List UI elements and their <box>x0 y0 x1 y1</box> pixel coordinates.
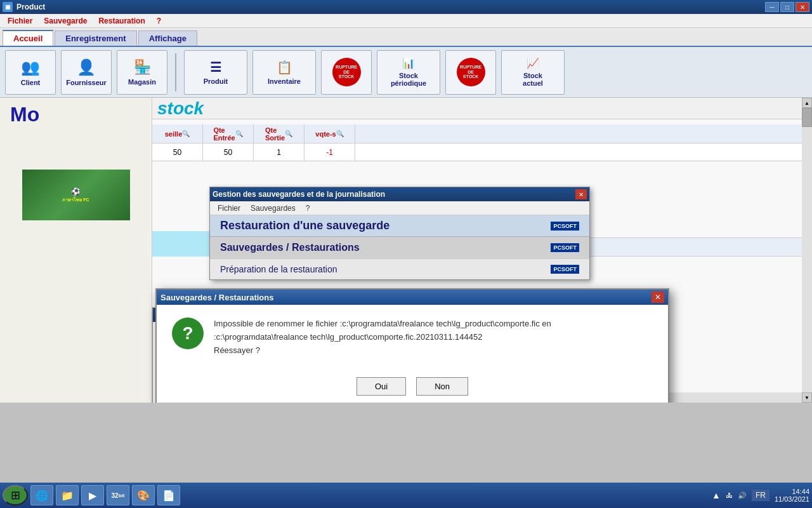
btn-non[interactable]: Non <box>416 377 468 396</box>
dialog-menu-sauvegardes[interactable]: Sauvegardes <box>246 203 301 214</box>
seille-search-icon: 🔍 <box>182 130 190 137</box>
confirm-buttons: Oui Non <box>157 370 668 403</box>
dialog-gestion: Gestion des sauvegardes et de la journal… <box>209 187 590 280</box>
menu-sauvegarde[interactable]: Sauvegarde <box>39 15 92 27</box>
section-sauvegardes: Sauvegardes / Restaurations PCSOFT <box>210 237 589 258</box>
toolbar-stock-actuel[interactable]: 📈 Stockactuel <box>501 50 565 95</box>
toolbar-magasin[interactable]: 🏪 Magasin <box>117 50 167 95</box>
col-vqte-s[interactable]: vqte-s 🔍 <box>304 124 355 143</box>
menu-restauration[interactable]: Restauration <box>93 15 150 27</box>
maximize-button[interactable]: □ <box>780 2 794 12</box>
taskbar-explorer[interactable]: 📁 <box>56 485 79 505</box>
scroll-down[interactable]: ▼ <box>802 392 812 403</box>
confirm-title: Sauvegardes / Restaurations <box>160 293 273 302</box>
dialog-confirm: Sauvegardes / Restaurations ✕ ? Impossib… <box>155 288 669 403</box>
pcsoft-logo2: PCSOFT <box>551 243 579 252</box>
table-header-top: seille 🔍 QteEntrée 🔍 QteSortie 🔍 vqte-s … <box>152 124 812 144</box>
title-bar: ▣ Product ─ □ ✕ <box>0 0 812 14</box>
dialog-gestion-close[interactable]: ✕ <box>575 189 587 199</box>
main-content: Mo ⚽ ภาษาไทย FC stock seille 🔍 QteE <box>0 98 812 403</box>
col-qte-entree[interactable]: QteEntrée 🔍 <box>203 124 254 143</box>
tab-enregistrement[interactable]: Enregistrement <box>55 30 136 46</box>
section-preparation: Préparation de la restauration PCSOFT <box>210 258 589 279</box>
inventaire-label: Inventaire <box>268 77 301 85</box>
main-content-title: Mo <box>0 98 152 131</box>
scroll-thumb[interactable] <box>802 108 812 127</box>
menu-bar: Fichier Sauvegarde Restauration ? <box>0 14 812 28</box>
confirm-line3: Réessayer ? <box>214 345 260 355</box>
product-icon: ☰ <box>210 60 221 75</box>
scroll-up[interactable]: ▲ <box>802 98 812 108</box>
taskbar: ⊞ 🌐 📁 ▶ 32bit 🎨 📄 ▲ 🖧 🔊 FR 14:44 11/03/2… <box>0 483 812 508</box>
main-toolbar: 👥 Client 👤 Fournisseur 🏪 Magasin ☰ Produ… <box>0 47 812 98</box>
dialog-gestion-titlebar: Gestion des sauvegardes et de la journal… <box>210 187 589 201</box>
stock-row: stock <box>152 98 812 119</box>
col-seille[interactable]: seille 🔍 <box>152 124 203 143</box>
taskbar-paint[interactable]: 🎨 <box>132 485 155 505</box>
toolbar-rupture2[interactable]: RUPTURE DE STOCK <box>445 50 496 95</box>
start-button[interactable]: ⊞ <box>3 485 28 505</box>
taskbar-clock: 14:44 11/03/2021 <box>775 488 809 503</box>
taskbar-right: ▲ 🖧 🔊 FR 14:44 11/03/2021 <box>712 488 809 503</box>
confirm-body: ? Impossible de renommer le fichier :c:\… <box>157 305 668 370</box>
client-icon: 👥 <box>21 58 40 76</box>
vertical-scrollbar[interactable]: ▲ ▼ <box>802 98 812 403</box>
cell-vqte-s: -1 <box>304 144 355 161</box>
confirm-titlebar: Sauvegardes / Restaurations ✕ <box>157 290 668 305</box>
left-panel: Mo ⚽ ภาษาไทย FC <box>0 98 152 403</box>
close-button[interactable]: ✕ <box>796 2 809 12</box>
divider1 <box>175 53 176 91</box>
dialog-menu-fichier[interactable]: Fichier <box>213 203 246 214</box>
minimize-button[interactable]: ─ <box>765 2 779 12</box>
stock-actuel-label: Stockactuel <box>523 72 543 87</box>
menu-help[interactable]: ? <box>152 15 166 27</box>
toolbar-inventaire[interactable]: 📋 Inventaire <box>252 50 316 95</box>
media-icon: ▶ <box>89 490 96 502</box>
supplier-icon: 👤 <box>77 58 96 76</box>
confirm-line1: Impossible de renommer le fichier :c:\pr… <box>214 319 551 328</box>
supplier-label: Fournisseur <box>66 79 107 86</box>
section-restauration: Restauration d'une sauvegarde PCSOFT <box>210 215 589 237</box>
toolbar-client[interactable]: 👥 Client <box>5 50 56 95</box>
btn-oui[interactable]: Oui <box>357 377 406 396</box>
qte-sortie-search-icon: 🔍 <box>285 130 292 137</box>
taskbar-doc[interactable]: 📄 <box>157 485 180 505</box>
cell-qte-sortie: 1 <box>254 144 304 161</box>
toolbar-rupture1[interactable]: RUPTURE DE STOCK <box>321 50 372 95</box>
toolbar-produit[interactable]: ☰ Produit <box>184 50 247 95</box>
app-title: Product <box>16 3 45 11</box>
dialog-menu-help[interactable]: ? <box>301 203 315 214</box>
sauvegardes-title: Sauvegardes / Restaurations <box>220 242 360 253</box>
rupture-badge1: RUPTURE DE STOCK <box>332 58 361 86</box>
cell-qte-entree: 50 <box>203 144 254 161</box>
tab-affichage[interactable]: Affichage <box>138 30 197 46</box>
network-icon: 🖧 <box>726 491 733 499</box>
col-qte-sortie[interactable]: QteSortie 🔍 <box>254 124 304 143</box>
pcsoft-logo3: PCSOFT <box>551 265 579 274</box>
taskbar-media[interactable]: ▶ <box>81 485 104 505</box>
store-icon: 🏪 <box>134 59 151 76</box>
dialog-gestion-title: Gestion des sauvegardes et de la journal… <box>213 190 385 199</box>
window-controls: ─ □ ✕ <box>765 2 809 12</box>
football-image: ⚽ ภาษาไทย FC <box>22 170 130 220</box>
confirm-close[interactable]: ✕ <box>652 291 664 303</box>
product-label: Produit <box>204 77 228 85</box>
client-label: Client <box>21 79 41 86</box>
menu-fichier[interactable]: Fichier <box>3 15 37 27</box>
restauration-title: Restauration d'une sauvegarde <box>220 219 390 232</box>
vqte-search-icon: 🔍 <box>336 130 344 137</box>
stock-title: stock <box>157 98 204 119</box>
arrow-icon: ▲ <box>712 490 721 500</box>
pcsoft-logo1: PCSOFT <box>551 222 579 231</box>
toolbar-fournisseur[interactable]: 👤 Fournisseur <box>61 50 112 95</box>
confirm-line2: :c:\programdata\frealance tech\lg_produc… <box>214 332 483 342</box>
table-row: 50 50 1 -1 <box>152 144 812 161</box>
sound-icon: 🔊 <box>738 491 747 500</box>
confirm-message: Impossible de renommer le fichier :c:\pr… <box>214 318 653 357</box>
start-icon: ⊞ <box>11 488 20 502</box>
taskbar-32bit[interactable]: 32bit <box>107 485 129 505</box>
taskbar-ie[interactable]: 🌐 <box>30 485 53 505</box>
toolbar-stock-periodique[interactable]: 📊 Stockpériodique <box>377 50 440 95</box>
tab-accueil[interactable]: Accueil <box>3 30 53 46</box>
dialog-gestion-menubar: Fichier Sauvegardes ? <box>210 201 589 215</box>
